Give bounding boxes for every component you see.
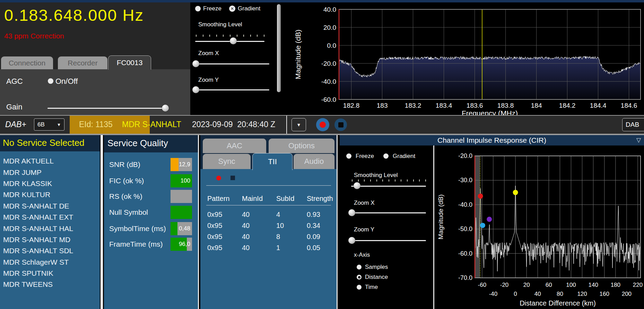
- x-axis-radio-samples[interactable]: [357, 265, 362, 270]
- service-list-scrollbar[interactable]: [101, 135, 103, 309]
- service-list-item[interactable]: MDR SchlagerW ST: [0, 257, 100, 268]
- tii-table-cell: 0.34: [307, 222, 320, 230]
- quality-metric-value: 100: [181, 174, 190, 187]
- cir-x-axis-label: x-Axis: [354, 251, 370, 258]
- service-list-item[interactable]: MDR KLASSIK: [0, 178, 100, 189]
- splitter[interactable]: [198, 135, 199, 309]
- slider-track[interactable]: [351, 240, 426, 241]
- output-combo-value: DAB: [626, 121, 639, 129]
- tab-connection[interactable]: Connection: [1, 56, 53, 69]
- cir-gradient-toggle[interactable]: [383, 153, 389, 159]
- svg-text:100: 100: [566, 282, 576, 288]
- tab-recorder[interactable]: Recorder: [58, 56, 107, 69]
- service-list-item[interactable]: MDR AKTUELL: [0, 156, 100, 167]
- cir-gradient-label: Gradient: [393, 153, 415, 160]
- output-combo[interactable]: DAB ▼: [622, 118, 644, 131]
- cir-freeze-toggle[interactable]: [346, 153, 351, 159]
- x-axis-radio-time[interactable]: [357, 285, 362, 290]
- tii-column-header: Strength: [307, 195, 333, 203]
- slider-thumb[interactable]: [192, 86, 199, 93]
- stop-button[interactable]: [334, 118, 347, 131]
- collapse-triangle-icon[interactable]: ▽: [636, 136, 641, 144]
- gain-slider[interactable]: [47, 105, 169, 112]
- service-list: MDR AKTUELLMDR JUMPMDR KLASSIKMDR KULTUR…: [0, 156, 100, 309]
- slider-ticks: [352, 179, 425, 182]
- service-quality-rows: SNR (dB)12,9FIC (ok %)100RS (ok %)Null S…: [104, 135, 198, 309]
- slider-thumb[interactable]: [354, 182, 360, 189]
- svg-text:160: 160: [600, 291, 609, 297]
- tii-table-cell: 0x95: [207, 244, 222, 252]
- svg-text:-60: -60: [478, 282, 487, 288]
- channel-combo-value: 6B: [37, 121, 45, 128]
- agc-toggle[interactable]: [48, 78, 53, 84]
- spectrum-gradient-toggle[interactable]: ✕: [229, 6, 235, 12]
- cir-smoothing-slider[interactable]: [351, 179, 426, 190]
- quality-metric-bar: [171, 190, 192, 203]
- gain-label: Gain: [6, 103, 22, 112]
- quality-metric-bar: 12,9: [171, 158, 192, 171]
- tii-table-cell: 0.93: [307, 211, 320, 219]
- quality-metric-label: SymbolTime (ms): [109, 222, 166, 235]
- tii-table-cell: 40: [242, 244, 250, 252]
- spectrum-smoothing-slider[interactable]: [195, 35, 264, 45]
- svg-text:-20.0: -20.0: [458, 152, 472, 159]
- cir-zoom-y-slider[interactable]: [351, 237, 426, 244]
- tii-table-cell: 40: [242, 233, 250, 241]
- spectrum-freeze-label: Freeze: [203, 5, 221, 12]
- spectrum-freeze-toggle[interactable]: [195, 6, 201, 11]
- service-list-item[interactable]: MDR S-ANHALT DE: [0, 201, 100, 212]
- chevron-down-icon: ▼: [57, 122, 61, 127]
- slider-track[interactable]: [195, 63, 269, 64]
- service-list-item[interactable]: MDR JUMP: [0, 167, 100, 178]
- slider-thumb[interactable]: [230, 37, 237, 44]
- quality-metric-label: RS (ok %): [109, 190, 142, 203]
- ppm-correction-label: 43 ppm Correction: [4, 32, 64, 40]
- slider-track[interactable]: [351, 212, 426, 213]
- splitter[interactable]: [337, 135, 338, 309]
- slider-thumb[interactable]: [348, 237, 355, 244]
- spectrum-controls-panel: [190, 2, 282, 115]
- spectrum-zoom-y-slider[interactable]: [195, 86, 269, 93]
- slider-track[interactable]: [351, 186, 426, 187]
- cir-zoom-y-label: Zoom Y: [354, 226, 374, 233]
- slider-thumb[interactable]: [192, 60, 199, 67]
- tii-table-cell: 0.09: [307, 233, 320, 241]
- cir-header: Channel Impulse Response (CIR) ▽: [340, 135, 644, 145]
- gain-slider-track[interactable]: [47, 108, 169, 109]
- agc-toggle-label: On/Off: [55, 77, 78, 86]
- svg-text:-20: -20: [500, 282, 509, 288]
- service-list-item[interactable]: MDR S-ANHALT MD: [0, 234, 100, 245]
- svg-text:182.8: 182.8: [343, 102, 360, 109]
- channel-combo[interactable]: 6B ▼: [34, 118, 64, 131]
- slider-thumb[interactable]: [348, 209, 355, 216]
- svg-text:183.8: 183.8: [497, 102, 514, 109]
- splitter[interactable]: [433, 145, 434, 309]
- svg-text:60: 60: [546, 282, 552, 288]
- spectrum-chart[interactable]: 40.020.00.0-20.0-40.0-60.0182.8183183.21…: [282, 2, 644, 115]
- window-top-strip: [0, 0, 644, 2]
- service-list-item[interactable]: MDR S-ANHALT HAL: [0, 223, 100, 234]
- svg-text:-60.0: -60.0: [321, 96, 336, 103]
- service-list-item[interactable]: MDR KULTUR: [0, 189, 100, 200]
- svg-text:200: 200: [622, 291, 632, 297]
- service-list-item[interactable]: MDR S-ANHALT SDL: [0, 245, 100, 256]
- tab-tii[interactable]: TII: [252, 153, 293, 170]
- spectrum-gradient-label: Gradient: [238, 5, 260, 12]
- svg-text:184: 184: [531, 102, 542, 109]
- tab-fc0013[interactable]: FC0013: [108, 55, 151, 70]
- cir-chart[interactable]: -20.0-30.0-40.0-50.0-60.0-70.0-60-40-200…: [435, 145, 644, 309]
- svg-text:0: 0: [514, 291, 517, 297]
- svg-text:Frequency (MHz): Frequency (MHz): [462, 109, 518, 115]
- cir-zoom-x-slider[interactable]: [351, 209, 426, 216]
- spectrum-vertical-slider[interactable]: [277, 4, 281, 92]
- record-button[interactable]: [316, 118, 329, 131]
- gradient-check-icon: ✕: [230, 6, 234, 11]
- slider-track[interactable]: [195, 89, 269, 90]
- scan-dropdown-button[interactable]: ▼: [291, 118, 306, 131]
- gain-slider-thumb[interactable]: [162, 105, 169, 112]
- service-list-item[interactable]: MDR TWEENS: [0, 279, 100, 290]
- service-list-item[interactable]: MDR SPUTNIK: [0, 268, 100, 279]
- x-axis-radio-distance[interactable]: [357, 275, 362, 280]
- service-list-item[interactable]: MDR S-ANHALT EXT: [0, 212, 100, 223]
- spectrum-zoom-x-slider[interactable]: [195, 60, 269, 67]
